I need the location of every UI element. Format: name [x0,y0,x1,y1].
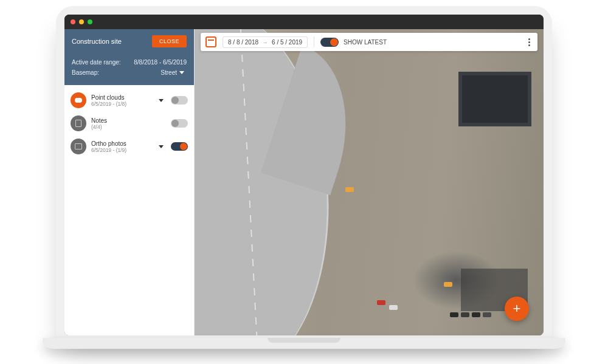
layer-toggle[interactable] [171,142,188,151]
window-close-dot[interactable] [71,19,75,24]
show-latest-toggle[interactable] [320,38,339,47]
layer-row: Notes(4/4) [64,112,194,135]
layer-title: Ortho photos [91,140,154,147]
window-max-dot[interactable] [88,19,92,24]
chevron-down-icon[interactable] [159,99,164,102]
layer-subtitle: 6/5/2019 - (1/9) [91,147,154,153]
add-button[interactable]: + [505,297,529,321]
sidebar-header: Construction site CLOSE [64,29,194,53]
show-latest-label: SHOW LATEST [344,39,387,46]
date-range-picker[interactable]: 8 / 8 / 2018 → 6 / 5 / 2019 [223,36,308,48]
window-titlebar [64,15,544,29]
layer-title: Notes [91,117,166,124]
layer-title: Point clouds [91,94,154,101]
sidebar: Construction site CLOSE Active date rang… [64,29,195,335]
close-button[interactable]: CLOSE [152,35,187,47]
layer-subtitle: 6/5/2019 - (1/8) [91,101,154,107]
map-view[interactable]: 8 / 8 / 2018 → 6 / 5 / 2019 SHOW LATEST … [195,29,544,335]
more-menu-icon[interactable] [526,36,533,49]
calendar-icon[interactable] [206,36,216,47]
layer-toggle[interactable] [171,119,188,128]
sidebar-meta: Active date range: 8/8/2018 - 6/5/2019 B… [64,53,194,85]
layer-row: Ortho photos6/5/2019 - (1/9) [64,135,194,158]
date-end: 6 / 5 / 2019 [272,39,302,46]
date-start: 8 / 8 / 2018 [228,39,258,46]
note-icon[interactable] [71,115,86,131]
arrow-right-icon: → [262,39,268,46]
date-range-value: 8/8/2018 - 6/5/2019 [134,59,187,66]
site-title: Construction site [72,38,122,45]
basemap-label: Basemap: [72,69,99,76]
window-min-dot[interactable] [79,19,84,24]
layer-toggle[interactable] [171,96,188,105]
chevron-down-icon[interactable] [159,145,164,148]
cloud-icon[interactable] [71,92,86,108]
date-range-label: Active date range: [72,59,121,66]
layer-subtitle: (4/4) [91,124,166,130]
layer-row: Point clouds6/5/2019 - (1/8) [64,89,194,112]
chevron-down-icon[interactable] [179,71,184,74]
layers-list: Point clouds6/5/2019 - (1/8)Notes(4/4)Or… [64,85,194,162]
aerial-image [195,29,544,335]
top-toolbar: 8 / 8 / 2018 → 6 / 5 / 2019 SHOW LATEST [201,33,537,51]
divider [314,36,314,47]
photo-icon[interactable] [71,139,86,154]
basemap-value[interactable]: Street [161,69,177,76]
